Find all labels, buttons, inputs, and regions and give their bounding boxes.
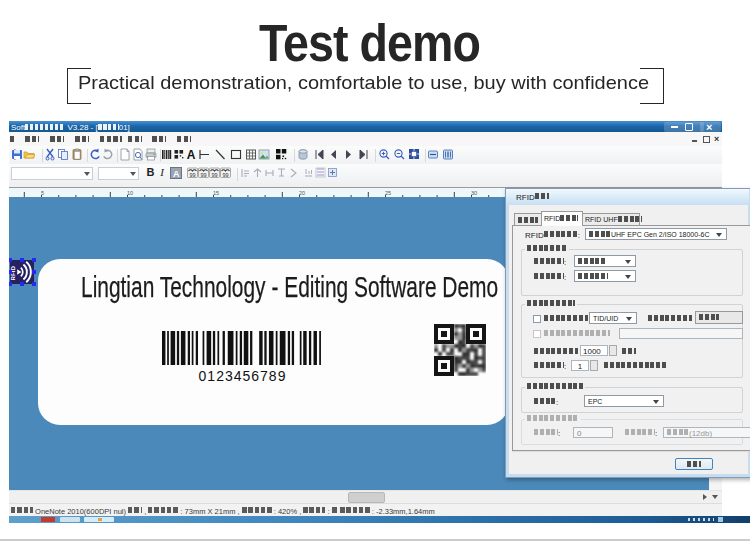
svg-text:15: 15 bbox=[213, 190, 219, 196]
svg-text:99: 99 bbox=[200, 172, 206, 178]
svg-text:99: 99 bbox=[189, 172, 195, 178]
svg-text:10: 10 bbox=[127, 190, 133, 196]
svg-text:99: 99 bbox=[211, 172, 217, 178]
svg-text:A: A bbox=[187, 148, 196, 161]
svg-text:5: 5 bbox=[41, 190, 44, 196]
svg-text:25: 25 bbox=[385, 190, 391, 196]
svg-text:30: 30 bbox=[471, 190, 477, 196]
svg-text:99: 99 bbox=[222, 172, 228, 178]
svg-text:20: 20 bbox=[299, 190, 305, 196]
